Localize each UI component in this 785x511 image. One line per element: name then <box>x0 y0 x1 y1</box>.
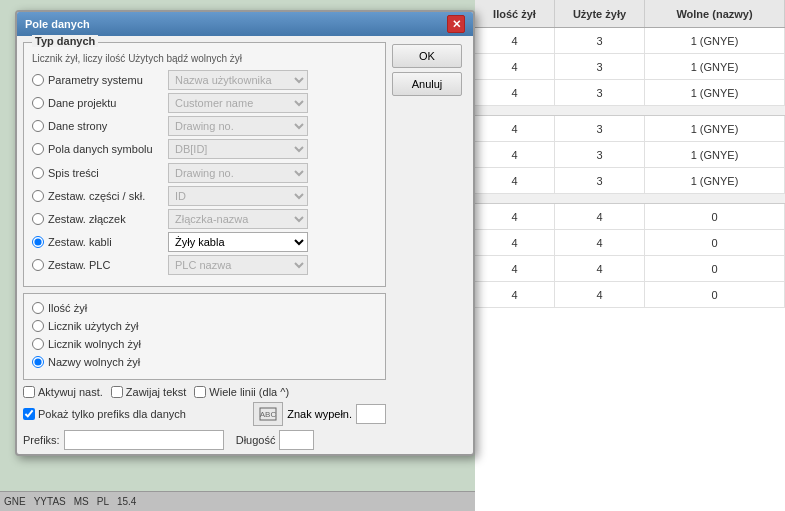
select-plc: PLC nazwa <box>168 255 308 275</box>
radio-row-projekt: Dane projektu Customer name <box>32 93 377 113</box>
radio-label-nazwy-wolnych: Nazwy wolnych żył <box>48 356 168 368</box>
radio-licznik-wolnych[interactable] <box>32 338 44 350</box>
table-row: 4 4 0 <box>475 282 785 308</box>
dialog-titlebar: Pole danych ✕ <box>17 12 473 36</box>
radio-plc[interactable] <box>32 259 44 271</box>
radio-row-zlaczek: Zestaw. złączek Złączka-nazwa <box>32 209 377 229</box>
checkbox-wiele-linii-label: Wiele linii (dla ^) <box>209 386 289 398</box>
cancel-button[interactable]: Anuluj <box>392 72 462 96</box>
radio-row-pola: Pola danych symbolu DB[ID] <box>32 139 377 159</box>
radio-row-nazwy-wolnych: Nazwy wolnych żył <box>32 356 377 368</box>
cell-uzyte: 3 <box>555 80 645 105</box>
select-parametry: Nazwa użytkownika <box>168 70 308 90</box>
cell-ilosc: 4 <box>475 142 555 167</box>
radio-row-licznik-uzytych: Licznik użytych żył <box>32 320 377 332</box>
prefix-label: Prefiks: <box>23 434 60 446</box>
radio-ilosc-zyl[interactable] <box>32 302 44 314</box>
table-row: 4 4 0 <box>475 230 785 256</box>
table-row: 4 3 1 (GNYE) <box>475 80 785 106</box>
close-button[interactable]: ✕ <box>447 15 465 33</box>
checkbox-pokaz-input[interactable] <box>23 408 35 420</box>
cell-ilosc: 4 <box>475 282 555 307</box>
col-header-ilosc: Ilość żył <box>475 0 555 27</box>
cell-ilosc: 4 <box>475 256 555 281</box>
radio-kabli[interactable] <box>32 236 44 248</box>
table-row: 4 3 1 (GNYE) <box>475 168 785 194</box>
cell-uzyte: 4 <box>555 256 645 281</box>
cell-uzyte: 4 <box>555 282 645 307</box>
dialog-title: Pole danych <box>25 18 90 30</box>
checkbox-wiele-linii-input[interactable] <box>194 386 206 398</box>
radio-label-licznik-wolnych: Licznik wolnych żył <box>48 338 168 350</box>
cell-uzyte: 3 <box>555 54 645 79</box>
radio-label-parametry: Parametry systemu <box>48 74 168 86</box>
checkbox-pokaz-label: Pokaż tylko prefiks dla danych <box>38 408 186 420</box>
cell-uzyte: 4 <box>555 204 645 229</box>
radio-row-plc: Zestaw. PLC PLC nazwa <box>32 255 377 275</box>
radio-row-parametry: Parametry systemu Nazwa użytkownika <box>32 70 377 90</box>
options-count-group: Ilość żył Licznik użytych żył Licznik wo… <box>23 293 386 380</box>
radio-row-spis: Spis treści Drawing no. <box>32 163 377 183</box>
select-projekt: Customer name <box>168 93 308 113</box>
status-item-1: GNE <box>4 496 26 507</box>
cell-ilosc: 4 <box>475 80 555 105</box>
ok-button[interactable]: OK <box>392 44 462 68</box>
radio-nazwy-wolnych[interactable] <box>32 356 44 368</box>
group-typ-danych: Typ danych Licznik żył, liczy ilość Użyt… <box>23 42 386 287</box>
radio-parametry[interactable] <box>32 74 44 86</box>
radio-projekt[interactable] <box>32 97 44 109</box>
radio-czesci[interactable] <box>32 190 44 202</box>
dialog-pole-danych: Pole danych ✕ Typ danych Licznik żył, li… <box>15 10 475 456</box>
radio-label-spis: Spis treści <box>48 167 168 179</box>
table-separator <box>475 194 785 204</box>
table-separator <box>475 106 785 116</box>
table-row: 4 4 0 <box>475 256 785 282</box>
select-zlaczek: Złączka-nazwa <box>168 209 308 229</box>
cell-wolne: 0 <box>645 204 785 229</box>
select-pola: DB[ID] <box>168 139 308 159</box>
cell-wolne: 0 <box>645 282 785 307</box>
length-input[interactable] <box>279 430 314 450</box>
select-kabli[interactable]: Żyły kabla <box>168 232 308 252</box>
table-area: Ilość żył Użyte żyły Wolne (nazwy) 4 3 1… <box>475 0 785 511</box>
radio-spis[interactable] <box>32 167 44 179</box>
table-row: 4 3 1 (GNYE) <box>475 28 785 54</box>
radio-row-licznik-wolnych: Licznik wolnych żył <box>32 338 377 350</box>
checkbox-zawijaj-input[interactable] <box>111 386 123 398</box>
checkbox-aktywuj[interactable]: Aktywuj nast. <box>23 386 103 398</box>
status-item-2: YYTAS <box>34 496 66 507</box>
col-header-wolne: Wolne (nazwy) <box>645 0 785 27</box>
cell-wolne: 1 (GNYE) <box>645 28 785 53</box>
radio-strony[interactable] <box>32 120 44 132</box>
cell-uzyte: 4 <box>555 230 645 255</box>
cell-uzyte: 3 <box>555 28 645 53</box>
sign-button[interactable]: ABC <box>253 402 283 426</box>
radio-row-strony: Dane strony Drawing no. <box>32 116 377 136</box>
radio-licznik-uzytych[interactable] <box>32 320 44 332</box>
prefix-row: Prefiks: Długość <box>23 430 386 450</box>
radio-label-projekt: Dane projektu <box>48 97 168 109</box>
prefix-input[interactable] <box>64 430 224 450</box>
cell-ilosc: 4 <box>475 116 555 141</box>
radio-label-licznik-uzytych: Licznik użytych żył <box>48 320 168 332</box>
sign-box <box>356 404 386 424</box>
checkbox-zawijaj[interactable]: Zawijaj tekst <box>111 386 187 398</box>
radio-row-kabli: Zestaw. kabli Żyły kabla <box>32 232 377 252</box>
checkbox-wiele-linii[interactable]: Wiele linii (dla ^) <box>194 386 289 398</box>
group-sublabel: Licznik żył, liczy ilość Użytych bądź wo… <box>32 53 377 64</box>
radio-label-kabli: Zestaw. kabli <box>48 236 168 248</box>
checkbox-pokaz[interactable]: Pokaż tylko prefiks dla danych <box>23 408 186 420</box>
checkbox-aktywuj-label: Aktywuj nast. <box>38 386 103 398</box>
radio-pola[interactable] <box>32 143 44 155</box>
status-bar: GNE YYTAS MS PL 15.4 <box>0 491 475 511</box>
radio-label-pola: Pola danych symbolu <box>48 143 168 155</box>
cell-uzyte: 3 <box>555 116 645 141</box>
select-strony: Drawing no. <box>168 116 308 136</box>
select-spis: Drawing no. <box>168 163 308 183</box>
svg-text:ABC: ABC <box>260 410 277 419</box>
col-header-uzyte: Użyte żyły <box>555 0 645 27</box>
cell-wolne: 1 (GNYE) <box>645 80 785 105</box>
cell-wolne: 1 (GNYE) <box>645 54 785 79</box>
radio-zlaczek[interactable] <box>32 213 44 225</box>
checkbox-aktywuj-input[interactable] <box>23 386 35 398</box>
